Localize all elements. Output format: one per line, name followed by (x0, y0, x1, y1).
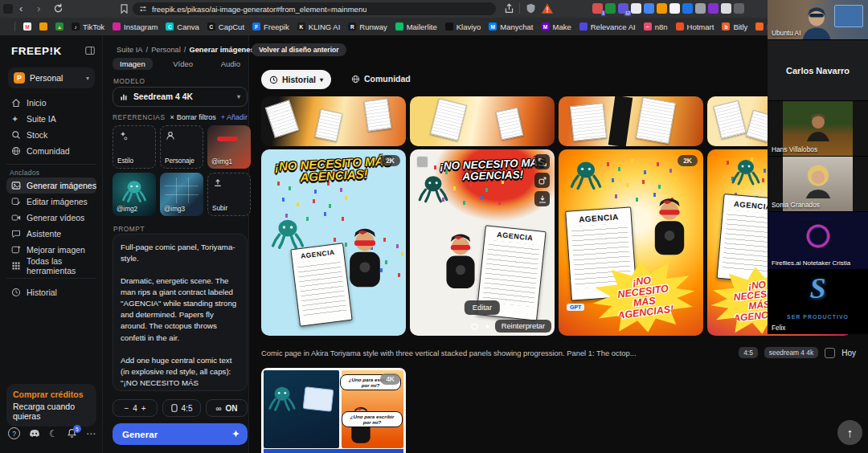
sidebar-item-mejorar-imagen[interactable]: Mejorar imagen (6, 242, 96, 258)
call-tile-fireflies[interactable]: · · · · · · · · Fireflies.ai Notetaker C… (768, 212, 868, 269)
aspect-ratio-control[interactable]: 4:5 (162, 399, 201, 417)
site-settings-icon[interactable] (139, 5, 147, 13)
call-tile-sonia-granados[interactable]: Sonia Granados (768, 157, 868, 211)
bookmark-item[interactable]: Hotmart (676, 22, 714, 31)
sidebar-item-suite-ia[interactable]: ✦ Suite IA (6, 111, 96, 127)
add-reference-button[interactable]: + Añadir (221, 113, 248, 121)
bookmark-item[interactable]: R Runway (348, 22, 387, 31)
bookmark-item[interactable]: RSS (755, 22, 768, 31)
tab-audio[interactable]: Audio (214, 58, 248, 70)
sidebar-item-generar-imagenes[interactable]: Generar imágenes (6, 178, 96, 194)
bookmark-item[interactable]: K KLING AI (297, 22, 341, 31)
sidebar-item-inicio[interactable]: Inicio (6, 95, 96, 111)
select-checkbox[interactable] (416, 156, 428, 168)
extension-icon[interactable] (695, 3, 706, 14)
bookmark-gmail[interactable]: M (23, 22, 31, 31)
day-checkbox[interactable] (825, 348, 835, 358)
extension-icon[interactable] (682, 3, 693, 14)
sidebar-item-generar-videos[interactable]: Generar vídeos (6, 210, 96, 226)
bookmark-item[interactable]: Relevance AI (579, 22, 636, 31)
call-tile-felix[interactable]: S SER PRODUCTIVO Felix (768, 270, 868, 334)
bookmark-item[interactable]: F Freepik (252, 22, 289, 31)
share-icon[interactable] (504, 3, 514, 14)
loop-toggle[interactable]: ∞ ON (206, 399, 248, 417)
extension-icon[interactable] (644, 3, 654, 14)
breadcrumb-suite[interactable]: Suite IA (117, 46, 143, 54)
generated-image-prev-3[interactable] (559, 96, 703, 146)
reference-img2[interactable]: @img2 (113, 173, 156, 216)
history-tab[interactable]: Historial ▾ (261, 70, 331, 89)
warning-icon[interactable] (542, 3, 553, 14)
reinterpret-button[interactable]: Reinterpretar (495, 320, 551, 333)
reference-subir[interactable]: Subir (207, 173, 251, 216)
clear-filters-button[interactable]: ×Borrar filtros (170, 113, 216, 121)
sidebar-collapse-icon[interactable] (85, 46, 95, 55)
count-stepper[interactable]: − 4 + (113, 399, 158, 417)
bookmark-item[interactable]: Mailerlite (395, 22, 437, 31)
community-tab[interactable]: Comunidad (351, 74, 411, 84)
download-button[interactable] (534, 191, 550, 206)
bookmark-item[interactable]: C Canva (166, 22, 199, 31)
more-options-icon[interactable]: ⋯ (86, 428, 96, 439)
extension-icon[interactable] (631, 3, 641, 14)
bookmark-item[interactable]: M Make (542, 22, 571, 31)
bookmark-item[interactable]: ~ n8n (644, 22, 668, 31)
reference-personaje[interactable]: Personaje (160, 125, 203, 169)
result-caption[interactable]: Comic page in Akira Toriyama style with … (261, 349, 637, 357)
sparkle-icon[interactable]: ✦ (484, 322, 490, 331)
generated-image-next-1[interactable]: ¿Uno para escribir por mí? ¿Uno para esc… (261, 368, 406, 453)
reference-img3[interactable]: @img3 (160, 173, 203, 216)
bookmark-item[interactable]: C CapCut (207, 22, 244, 31)
bookmark-item[interactable]: M Manychat (489, 22, 533, 31)
sidebar-item-asistente[interactable]: Asistente (6, 226, 96, 242)
url-bar[interactable]: freepik.es/pikaso/ai-image-generator#fro… (133, 2, 496, 15)
generated-image-prev-1[interactable] (261, 96, 406, 146)
generated-image-prev-2[interactable] (410, 96, 555, 146)
notifications-bell[interactable]: 5 (67, 428, 77, 439)
heart-icon[interactable] (469, 321, 480, 331)
reference-estilo[interactable]: Estilo (113, 125, 156, 169)
minus-icon[interactable]: − (124, 404, 129, 413)
tab-imagen[interactable]: Imagen (113, 58, 153, 70)
expand-button[interactable] (534, 154, 550, 169)
extension-icon[interactable]: 12 (618, 3, 628, 14)
generate-button[interactable]: Generar ✦ (113, 423, 248, 445)
dark-mode-icon[interactable]: ☾ (49, 428, 58, 439)
shield-icon[interactable] (526, 3, 536, 14)
reference-img1[interactable]: @img1 (207, 125, 251, 169)
bookmark-tv[interactable] (39, 22, 47, 31)
upscale-button[interactable] (534, 173, 550, 188)
help-icon[interactable]: ? (8, 427, 20, 439)
generated-image-3[interactable]: AGENCIA GPT ¡NO NECESITO MÁS AGENCIAS! 2… (559, 149, 703, 336)
call-tile-hans-villalobos[interactable]: Hans Villalobos (768, 101, 868, 156)
tab-video[interactable]: Vídeo (166, 58, 200, 70)
generated-image-1[interactable]: ¡NO NECESITO MÁS AGENCIAS! AGENCIA 2K (261, 149, 406, 336)
extension-icon[interactable] (734, 3, 744, 14)
generated-image-2-hovered[interactable]: ¡NO NECESITO MÁS AGENCIAS! AGENCIA Edita… (410, 149, 555, 336)
edit-button[interactable]: Editar (465, 300, 500, 315)
bookmark-drive[interactable]: ▲ (55, 22, 63, 31)
reload-icon[interactable] (53, 3, 63, 14)
sidebar-item-editar-imagenes[interactable]: Editar imágenes (6, 194, 96, 210)
bookmark-icon[interactable] (120, 4, 129, 14)
sidebar-item-historial[interactable]: Historial (6, 284, 96, 300)
sidebar-item-comunidad[interactable]: Comunidad (6, 143, 96, 159)
bookmark-item[interactable]: Klaviyo (445, 22, 481, 31)
forward-icon[interactable]: › (37, 2, 40, 16)
discord-icon[interactable] (29, 429, 40, 438)
bookmark-item[interactable]: Instagram (113, 22, 158, 31)
back-icon[interactable]: ‹ (19, 2, 23, 16)
workspace-selector[interactable]: P Personal ▾ (8, 67, 95, 88)
model-select[interactable]: Seedream 4 4K ▾ (113, 87, 248, 107)
extension-icon[interactable] (721, 3, 731, 14)
sidebar-item-todas-herramientas[interactable]: Todas las herramientas (6, 258, 96, 274)
sidebar-item-stock[interactable]: Stock (6, 127, 96, 143)
url-text[interactable]: freepik.es/pikaso/ai-image-generator#fro… (152, 5, 366, 14)
extension-icon[interactable] (669, 3, 680, 14)
breadcrumb-personal[interactable]: Personal (151, 46, 181, 54)
bookmark-item[interactable]: ♪ TikTok (72, 22, 104, 31)
extension-icon[interactable] (657, 3, 667, 14)
extension-icon[interactable]: 1 (592, 3, 603, 14)
extension-icon[interactable] (708, 3, 719, 14)
call-tile-ubuntu-ai[interactable]: Ubuntu AI (768, 0, 868, 39)
